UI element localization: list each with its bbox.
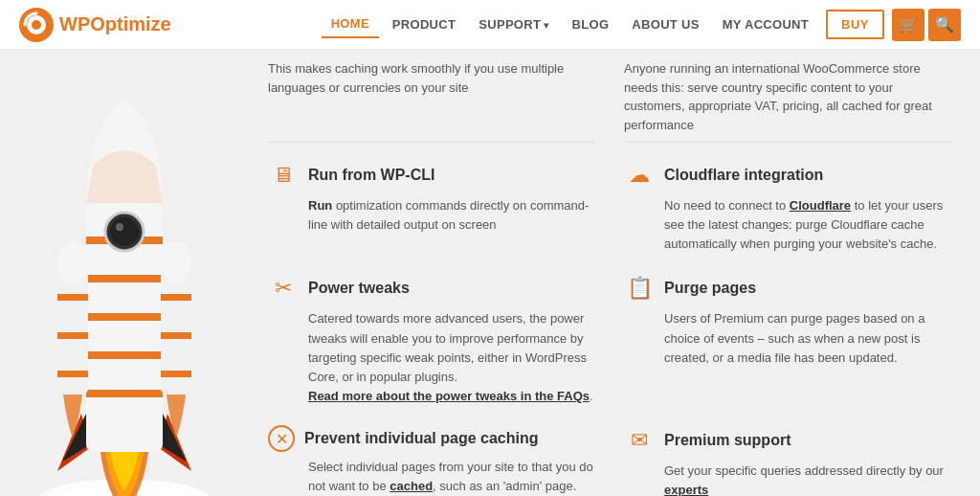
cached-link[interactable]: cached: [390, 479, 433, 493]
nav-about[interactable]: ABOUT US: [622, 11, 708, 37]
svg-point-17: [57, 241, 88, 283]
email-icon: ✉: [624, 425, 655, 456]
svg-point-22: [161, 241, 191, 283]
feature-wpcli: 🖥 Run from WP-CLI Run optimization comma…: [268, 160, 595, 254]
search-icon: 🔍: [935, 15, 954, 34]
svg-point-24: [110, 217, 139, 246]
document-icon: 📋: [624, 273, 655, 304]
nav-product[interactable]: PRODUCT: [383, 11, 465, 37]
svg-rect-15: [57, 332, 88, 339]
feature-prevent-caching: ✕ Prevent individual page caching Select…: [268, 425, 595, 496]
nav-blog[interactable]: BLOG: [563, 11, 619, 37]
feature-prevent-caching-desc: Select individual pages from your site t…: [268, 458, 595, 496]
logo[interactable]: WPOptimize: [19, 8, 171, 42]
feature-power-tweaks-desc: Catered towards more advanced users, the…: [268, 309, 595, 406]
feature-premium-support-header: ✉ Premium support: [624, 425, 951, 456]
features-area: This makes caching work smoothly if you …: [249, 50, 980, 496]
svg-rect-16: [57, 371, 88, 377]
features-grid: 🖥 Run from WP-CLI Run optimization comma…: [268, 160, 951, 496]
logo-text: WPOptimize: [59, 13, 171, 35]
svg-point-25: [116, 223, 123, 231]
top-partial-right: Anyone running an international WooComme…: [624, 59, 951, 143]
cart-search-area: 🛒 🔍: [892, 9, 961, 41]
feature-wpcli-header: 🖥 Run from WP-CLI: [268, 160, 595, 191]
feature-prevent-caching-title: Prevent individual page caching: [304, 430, 539, 447]
nav-support[interactable]: SUPPORT: [469, 11, 558, 37]
cart-button[interactable]: 🛒: [892, 9, 924, 41]
feature-prevent-caching-header: ✕ Prevent individual page caching: [268, 425, 595, 452]
feature-power-tweaks: ✂ Power tweaks Catered towards more adva…: [268, 273, 595, 406]
feature-premium-support: ✉ Premium support Get your specific quer…: [624, 425, 951, 496]
scissors-icon: ✂: [268, 273, 299, 304]
search-button[interactable]: 🔍: [928, 9, 961, 41]
svg-rect-9: [86, 275, 163, 282]
feature-cloudflare-desc: No need to connect to Cloudflare to let …: [624, 196, 951, 254]
main-nav: HOME PRODUCT SUPPORT BLOG ABOUT US MY AC…: [322, 11, 818, 38]
header: WPOptimize HOME PRODUCT SUPPORT BLOG ABO…: [0, 0, 980, 50]
cloudflare-link[interactable]: Cloudflare: [790, 198, 851, 213]
nav-home[interactable]: HOME: [322, 11, 379, 38]
monitor-icon: 🖥: [268, 160, 299, 191]
rocket-area: [0, 50, 249, 496]
svg-rect-21: [161, 371, 191, 377]
feature-cloudflare: ☁ Cloudflare integration No need to conn…: [624, 160, 951, 254]
svg-rect-10: [86, 313, 163, 321]
feature-power-tweaks-header: ✂ Power tweaks: [268, 273, 595, 304]
feature-cloudflare-header: ☁ Cloudflare integration: [624, 160, 951, 191]
cloud-icon: ☁: [624, 160, 655, 191]
svg-rect-20: [161, 332, 191, 339]
rocket-illustration: [29, 88, 220, 496]
feature-wpcli-desc: Run optimization commands directly on co…: [268, 196, 595, 235]
top-partial-section: This makes caching work smoothly if you …: [268, 59, 951, 143]
nav-account[interactable]: MY ACCOUNT: [713, 11, 818, 37]
feature-purge-pages-header: 📋 Purge pages: [624, 273, 951, 304]
svg-rect-14: [57, 294, 88, 301]
feature-purge-pages: 📋 Purge pages Users of Premium can purge…: [624, 273, 951, 406]
cart-icon: 🛒: [899, 15, 918, 34]
experts-link[interactable]: experts: [664, 483, 708, 496]
feature-purge-pages-title: Purge pages: [664, 280, 756, 297]
svg-rect-19: [161, 294, 191, 301]
feature-cloudflare-title: Cloudflare integration: [664, 167, 823, 184]
main-content: This makes caching work smoothly if you …: [0, 50, 980, 496]
top-partial-left: This makes caching work smoothly if you …: [268, 59, 595, 143]
feature-premium-support-title: Premium support: [664, 432, 791, 449]
feature-purge-pages-desc: Users of Premium can purge pages based o…: [624, 309, 951, 367]
no-circle-icon: ✕: [268, 425, 295, 452]
power-tweaks-faq-link[interactable]: Read more about the power tweaks in the …: [308, 389, 590, 403]
svg-rect-12: [86, 390, 163, 397]
feature-wpcli-title: Run from WP-CLI: [308, 167, 434, 184]
feature-power-tweaks-title: Power tweaks: [308, 280, 410, 297]
svg-point-2: [32, 20, 41, 30]
buy-button[interactable]: BUY: [826, 10, 884, 39]
feature-premium-support-desc: Get your specific queries addressed dire…: [624, 462, 951, 496]
logo-icon: [19, 8, 54, 42]
svg-rect-11: [86, 351, 163, 359]
